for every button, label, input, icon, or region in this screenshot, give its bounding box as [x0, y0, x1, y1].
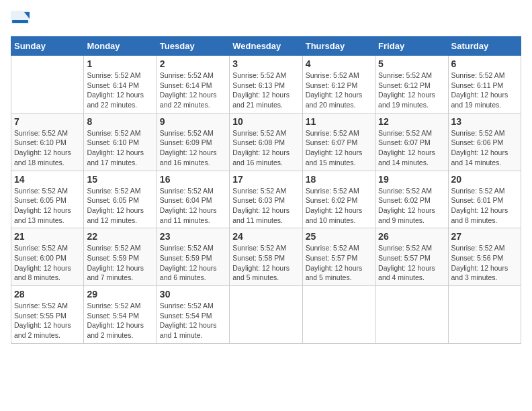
day-info: Sunrise: 5:52 AM Sunset: 5:57 PM Dayligh… [306, 243, 372, 283]
day-number: 17 [232, 174, 299, 185]
calendar-cell: 13Sunrise: 5:52 AM Sunset: 6:06 PM Dayli… [448, 113, 521, 171]
day-number: 13 [451, 116, 518, 127]
day-info: Sunrise: 5:52 AM Sunset: 6:02 PM Dayligh… [306, 186, 372, 226]
day-number: 11 [306, 116, 372, 127]
day-info: Sunrise: 5:52 AM Sunset: 6:14 PM Dayligh… [160, 71, 226, 110]
day-number: 9 [160, 116, 226, 127]
logo-icon [11, 11, 31, 30]
calendar-cell: 19Sunrise: 5:52 AM Sunset: 6:02 PM Dayli… [375, 171, 448, 228]
calendar-cell: 9Sunrise: 5:52 AM Sunset: 6:09 PM Daylig… [157, 113, 229, 171]
calendar-cell: 30Sunrise: 5:52 AM Sunset: 5:54 PM Dayli… [157, 286, 229, 344]
day-info: Sunrise: 5:52 AM Sunset: 5:54 PM Dayligh… [87, 301, 153, 340]
calendar-cell: 23Sunrise: 5:52 AM Sunset: 5:59 PM Dayli… [157, 228, 229, 286]
day-number: 18 [306, 174, 372, 185]
day-number: 10 [232, 116, 299, 127]
day-info: Sunrise: 5:52 AM Sunset: 5:55 PM Dayligh… [14, 301, 81, 340]
day-number: 20 [451, 174, 518, 185]
calendar-cell: 20Sunrise: 5:52 AM Sunset: 6:01 PM Dayli… [448, 171, 521, 228]
day-info: Sunrise: 5:52 AM Sunset: 6:10 PM Dayligh… [87, 128, 153, 168]
calendar-cell: 15Sunrise: 5:52 AM Sunset: 6:05 PM Dayli… [84, 171, 157, 228]
day-info: Sunrise: 5:52 AM Sunset: 5:58 PM Dayligh… [232, 243, 299, 283]
day-number: 1 [87, 58, 153, 69]
calendar-table: SundayMondayTuesdayWednesdayThursdayFrid… [11, 36, 521, 344]
day-number: 6 [451, 58, 518, 69]
day-header-friday: Friday [375, 37, 448, 56]
day-info: Sunrise: 5:52 AM Sunset: 6:07 PM Dayligh… [378, 128, 445, 168]
calendar-cell [375, 286, 448, 344]
calendar-cell [230, 286, 302, 344]
day-header-monday: Monday [84, 37, 157, 56]
day-number: 3 [232, 58, 299, 69]
day-info: Sunrise: 5:52 AM Sunset: 6:07 PM Dayligh… [306, 128, 372, 168]
calendar-cell: 26Sunrise: 5:52 AM Sunset: 5:57 PM Dayli… [375, 228, 448, 286]
day-header-tuesday: Tuesday [157, 37, 229, 56]
day-info: Sunrise: 5:52 AM Sunset: 6:03 PM Dayligh… [232, 186, 299, 226]
calendar-cell: 3Sunrise: 5:52 AM Sunset: 6:13 PM Daylig… [230, 56, 302, 113]
calendar-cell: 29Sunrise: 5:52 AM Sunset: 5:54 PM Dayli… [84, 286, 157, 344]
day-info: Sunrise: 5:52 AM Sunset: 6:13 PM Dayligh… [232, 71, 299, 110]
calendar-cell: 24Sunrise: 5:52 AM Sunset: 5:58 PM Dayli… [230, 228, 302, 286]
calendar-cell: 10Sunrise: 5:52 AM Sunset: 6:08 PM Dayli… [230, 113, 302, 171]
day-header-saturday: Saturday [448, 37, 521, 56]
svg-rect-2 [12, 20, 28, 23]
calendar-cell: 5Sunrise: 5:52 AM Sunset: 6:12 PM Daylig… [375, 56, 448, 113]
day-number: 30 [160, 289, 226, 300]
day-number: 22 [87, 231, 153, 242]
calendar-cell: 14Sunrise: 5:52 AM Sunset: 6:05 PM Dayli… [11, 171, 84, 228]
day-info: Sunrise: 5:52 AM Sunset: 6:05 PM Dayligh… [14, 186, 81, 226]
day-number: 14 [14, 174, 81, 185]
day-info: Sunrise: 5:52 AM Sunset: 5:54 PM Dayligh… [160, 301, 226, 340]
day-info: Sunrise: 5:52 AM Sunset: 6:12 PM Dayligh… [378, 71, 445, 110]
day-info: Sunrise: 5:52 AM Sunset: 6:01 PM Dayligh… [451, 186, 518, 226]
calendar-cell: 27Sunrise: 5:52 AM Sunset: 5:56 PM Dayli… [448, 228, 521, 286]
day-number: 2 [160, 58, 226, 69]
calendar-cell [448, 286, 521, 344]
day-info: Sunrise: 5:52 AM Sunset: 6:10 PM Dayligh… [14, 128, 81, 168]
calendar-cell: 25Sunrise: 5:52 AM Sunset: 5:57 PM Dayli… [302, 228, 375, 286]
day-number: 26 [378, 231, 445, 242]
day-info: Sunrise: 5:52 AM Sunset: 6:00 PM Dayligh… [14, 243, 81, 283]
day-info: Sunrise: 5:52 AM Sunset: 5:59 PM Dayligh… [87, 243, 153, 283]
day-info: Sunrise: 5:52 AM Sunset: 5:59 PM Dayligh… [160, 243, 226, 283]
calendar-cell: 21Sunrise: 5:52 AM Sunset: 6:00 PM Dayli… [11, 228, 84, 286]
calendar-week-2: 7Sunrise: 5:52 AM Sunset: 6:10 PM Daylig… [11, 113, 521, 171]
day-number: 28 [14, 289, 81, 300]
day-number: 27 [451, 231, 518, 242]
calendar-cell: 22Sunrise: 5:52 AM Sunset: 5:59 PM Dayli… [84, 228, 157, 286]
day-header-thursday: Thursday [302, 37, 375, 56]
day-info: Sunrise: 5:52 AM Sunset: 6:12 PM Dayligh… [306, 71, 372, 110]
day-info: Sunrise: 5:52 AM Sunset: 5:56 PM Dayligh… [451, 243, 518, 283]
day-info: Sunrise: 5:52 AM Sunset: 6:04 PM Dayligh… [160, 186, 226, 226]
day-info: Sunrise: 5:52 AM Sunset: 6:09 PM Dayligh… [160, 128, 226, 168]
day-number: 7 [14, 116, 81, 127]
day-number: 5 [378, 58, 445, 69]
day-number: 29 [87, 289, 153, 300]
calendar-week-3: 14Sunrise: 5:52 AM Sunset: 6:05 PM Dayli… [11, 171, 521, 228]
calendar-week-4: 21Sunrise: 5:52 AM Sunset: 6:00 PM Dayli… [11, 228, 521, 286]
day-number: 25 [306, 231, 372, 242]
day-number: 21 [14, 231, 81, 242]
calendar-cell: 7Sunrise: 5:52 AM Sunset: 6:10 PM Daylig… [11, 113, 84, 171]
day-header-sunday: Sunday [11, 37, 84, 56]
calendar-body: 1Sunrise: 5:52 AM Sunset: 6:14 PM Daylig… [11, 56, 521, 344]
calendar-cell [302, 286, 375, 344]
calendar-cell: 2Sunrise: 5:52 AM Sunset: 6:14 PM Daylig… [157, 56, 229, 113]
calendar-cell: 18Sunrise: 5:52 AM Sunset: 6:02 PM Dayli… [302, 171, 375, 228]
day-number: 12 [378, 116, 445, 127]
day-number: 16 [160, 174, 226, 185]
calendar-cell: 4Sunrise: 5:52 AM Sunset: 6:12 PM Daylig… [302, 56, 375, 113]
day-info: Sunrise: 5:52 AM Sunset: 6:08 PM Dayligh… [232, 128, 299, 168]
calendar-cell: 16Sunrise: 5:52 AM Sunset: 6:04 PM Dayli… [157, 171, 229, 228]
calendar-cell [11, 56, 84, 113]
calendar-cell: 11Sunrise: 5:52 AM Sunset: 6:07 PM Dayli… [302, 113, 375, 171]
day-info: Sunrise: 5:52 AM Sunset: 6:05 PM Dayligh… [87, 186, 153, 226]
day-header-wednesday: Wednesday [230, 37, 302, 56]
calendar-cell: 8Sunrise: 5:52 AM Sunset: 6:10 PM Daylig… [84, 113, 157, 171]
day-info: Sunrise: 5:52 AM Sunset: 6:11 PM Dayligh… [451, 71, 518, 110]
logo [11, 11, 34, 30]
calendar-cell: 6Sunrise: 5:52 AM Sunset: 6:11 PM Daylig… [448, 56, 521, 113]
day-info: Sunrise: 5:52 AM Sunset: 6:14 PM Dayligh… [87, 71, 153, 110]
calendar-cell: 12Sunrise: 5:52 AM Sunset: 6:07 PM Dayli… [375, 113, 448, 171]
day-info: Sunrise: 5:52 AM Sunset: 6:06 PM Dayligh… [451, 128, 518, 168]
day-number: 24 [232, 231, 299, 242]
